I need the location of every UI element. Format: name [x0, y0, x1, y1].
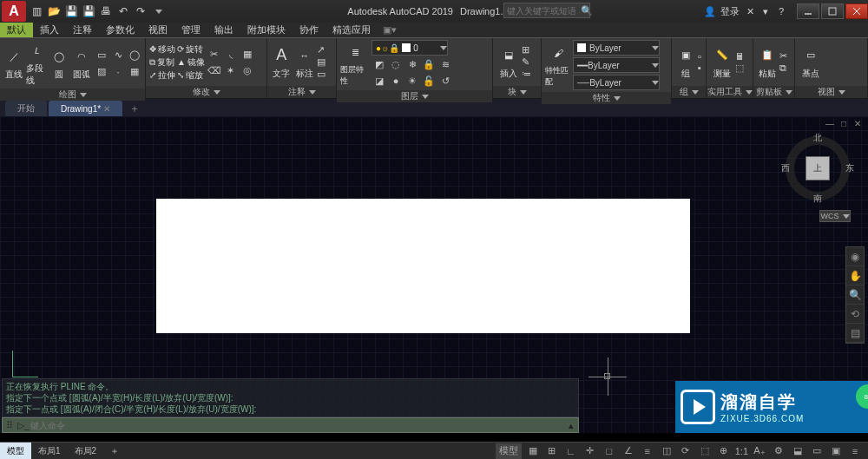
- help-search-input[interactable]: [504, 6, 581, 16]
- panel-modify-title[interactable]: 修改: [193, 86, 210, 98]
- calc-icon[interactable]: 🖩: [735, 51, 749, 62]
- layout1-tab[interactable]: 布局1: [31, 443, 68, 459]
- grid-toggle-icon[interactable]: ▦: [525, 443, 541, 459]
- panel-util-title[interactable]: 实用工具: [707, 86, 742, 98]
- create-block-icon[interactable]: ⊞: [522, 44, 537, 56]
- linetype-dropdown[interactable]: ── ByLayer: [573, 75, 660, 90]
- panel-layer-title[interactable]: 图层: [401, 90, 418, 102]
- nav-orbit-icon[interactable]: ⟲: [846, 305, 864, 324]
- qat-saveas-icon[interactable]: 💾: [82, 4, 95, 18]
- tab-view[interactable]: 视图: [141, 23, 174, 37]
- workspace-icon[interactable]: ⬓: [790, 443, 806, 459]
- cmd-handle-icon[interactable]: ⠿: [3, 420, 16, 431]
- select-icon[interactable]: ⬚: [735, 62, 749, 74]
- polyline-button[interactable]: 𝘓多段线: [26, 40, 47, 87]
- arc-button[interactable]: ◠圆弧: [71, 46, 92, 81]
- polar-toggle-icon[interactable]: ✛: [582, 443, 598, 459]
- lwt-toggle-icon[interactable]: ≡: [640, 443, 655, 459]
- copy-button[interactable]: ⧉ 复制: [149, 56, 175, 69]
- rotate-button[interactable]: ⟳ 旋转: [177, 43, 205, 56]
- match-props-button[interactable]: 🖌特性匹配: [545, 43, 571, 88]
- clean-screen-icon[interactable]: ▣: [828, 443, 844, 459]
- ellipse-icon[interactable]: ◯: [127, 48, 142, 63]
- line-button[interactable]: ／直线: [3, 46, 24, 81]
- panel-view-title[interactable]: 视图: [818, 86, 835, 98]
- tab-featured[interactable]: 精选应用: [326, 23, 378, 37]
- status-model-button[interactable]: 模型: [496, 443, 522, 459]
- layer-on-icon[interactable]: ●: [388, 73, 404, 89]
- mirror-button[interactable]: ▲ 镜像: [177, 56, 205, 69]
- login-label[interactable]: 登录: [720, 5, 740, 18]
- qat-new-icon[interactable]: ▥: [30, 4, 43, 18]
- wcs-label[interactable]: WCS: [819, 210, 851, 222]
- region-icon[interactable]: ▦: [127, 64, 142, 80]
- a360-icon[interactable]: ✕: [743, 4, 757, 18]
- erase-icon[interactable]: ⌫: [207, 62, 222, 78]
- doc-min-icon[interactable]: —: [825, 118, 835, 128]
- layer-props-button[interactable]: ≣图层特性: [340, 42, 370, 87]
- attr-block-icon[interactable]: ≔: [522, 69, 537, 80]
- stretch-button[interactable]: ⤢ 拉伸: [149, 69, 175, 82]
- text-button[interactable]: A文字: [271, 45, 293, 80]
- drawing-tab[interactable]: Drawing1* ✕: [49, 101, 122, 116]
- layout2-tab[interactable]: 布局2: [68, 443, 104, 459]
- scale-button[interactable]: ⤡ 缩放: [177, 69, 205, 82]
- measure-button[interactable]: 📏测量: [710, 45, 733, 80]
- customize-icon[interactable]: ≡: [847, 443, 863, 459]
- doc-close-icon[interactable]: ✕: [852, 118, 863, 128]
- panel-block-title[interactable]: 块: [508, 86, 516, 98]
- layer-lock-icon[interactable]: 🔒: [421, 56, 437, 72]
- scale-label[interactable]: 1:1: [735, 443, 748, 459]
- doc-max-icon[interactable]: □: [838, 118, 849, 128]
- osnap-toggle-icon[interactable]: □: [602, 443, 617, 459]
- close-button[interactable]: [845, 3, 868, 19]
- edit-block-icon[interactable]: ✎: [522, 56, 537, 68]
- tab-collab[interactable]: 协作: [293, 23, 326, 37]
- help-search[interactable]: 🔍: [503, 3, 590, 18]
- maximize-button[interactable]: [821, 3, 844, 19]
- command-input[interactable]: [30, 421, 564, 430]
- tab-manage[interactable]: 管理: [174, 23, 207, 37]
- dim-button[interactable]: ↔标注: [294, 45, 316, 80]
- tab-insert[interactable]: 插入: [33, 23, 66, 37]
- snap-toggle-icon[interactable]: ⊞: [544, 443, 560, 459]
- array-icon[interactable]: ▦: [240, 46, 255, 62]
- panel-clip-title[interactable]: 剪贴板: [756, 86, 782, 98]
- explode-icon[interactable]: ✶: [223, 62, 239, 78]
- qat-plot-icon[interactable]: 🖶: [99, 4, 113, 18]
- command-line[interactable]: ⠿ ▷_ ▴: [2, 417, 579, 433]
- qat-undo-icon[interactable]: ↶: [116, 4, 130, 18]
- otrack-toggle-icon[interactable]: ∠: [621, 443, 636, 459]
- tab-parametric[interactable]: 参数化: [99, 23, 141, 37]
- layer-freeze-icon[interactable]: ❄: [404, 56, 420, 72]
- table-icon[interactable]: ▤: [317, 56, 332, 68]
- ortho-toggle-icon[interactable]: ∟: [563, 443, 579, 459]
- help-icon[interactable]: ?: [774, 4, 788, 18]
- layer-unlock-icon[interactable]: 🔓: [421, 73, 437, 89]
- trim-icon[interactable]: ✂: [207, 46, 222, 62]
- 3dosnap-icon[interactable]: ⬚: [697, 443, 713, 459]
- tab-expander-icon[interactable]: ▣▾: [383, 24, 397, 36]
- panel-prop-title[interactable]: 特性: [593, 92, 610, 104]
- circle-button[interactable]: ◯圆: [49, 46, 69, 81]
- base-button[interactable]: ▭基点: [799, 45, 823, 80]
- fillet-icon[interactable]: ◟: [223, 46, 239, 62]
- qat-save-icon[interactable]: 💾: [64, 4, 78, 18]
- viewcube-top[interactable]: 上: [806, 156, 830, 180]
- rect-icon[interactable]: ▭: [94, 48, 109, 63]
- layer-prev-icon[interactable]: ↺: [437, 73, 453, 89]
- insert-block-button[interactable]: ⬓插入: [496, 45, 520, 80]
- hatch-icon[interactable]: ▨: [94, 64, 109, 80]
- app-dropdown-icon[interactable]: ▾: [759, 4, 773, 18]
- close-tab-icon[interactable]: ✕: [103, 104, 110, 114]
- nav-wheel-icon[interactable]: ◉: [846, 247, 864, 266]
- gear-icon[interactable]: ⚙: [771, 443, 786, 459]
- layer-match-icon[interactable]: ≋: [437, 56, 453, 72]
- field-icon[interactable]: ▭: [317, 69, 332, 80]
- qat-redo-icon[interactable]: ↷: [134, 4, 148, 18]
- qat-open-icon[interactable]: 📂: [47, 4, 61, 18]
- anno-scale-icon[interactable]: A₊: [752, 443, 767, 459]
- model-tab[interactable]: 模型: [0, 443, 31, 459]
- layer-off-icon[interactable]: ◌: [388, 56, 404, 72]
- spline-icon[interactable]: ∿: [110, 48, 126, 63]
